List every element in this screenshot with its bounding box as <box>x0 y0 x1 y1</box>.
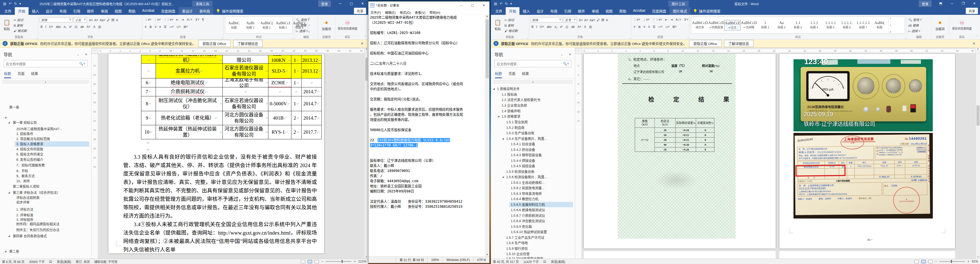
ribbon-tab-布局[interactable]: 布局 <box>547 7 561 15</box>
ribbon-format-icon[interactable]: ≡ <box>154 25 157 29</box>
table-cell[interactable]: 介质损耗测试仪↵ <box>156 87 223 96</box>
ribbon-tab-文件[interactable]: 文件 <box>1 7 15 15</box>
format-painter-button[interactable]: 🖌 格式刷 <box>504 28 517 33</box>
title-bar[interactable]: ▤ ↶ ↻ ▾ 图片工具 投标文件 - Word 登录 ⬒ ─ ❐ ✕ <box>491 0 980 7</box>
ribbon-format-icon[interactable]: ⇿˅ <box>657 25 663 29</box>
table-cell[interactable]: ↵ <box>269 87 291 96</box>
ribbon-format-icon[interactable]: ≡ <box>633 25 636 29</box>
addins-button[interactable]: ●加载项 <box>320 16 334 34</box>
nav-item[interactable]: ◢第一章 招标公告 <box>0 120 91 125</box>
undo-icon[interactable]: ↶ <box>500 2 503 6</box>
nav-item[interactable]: 1. 招标条件 <box>0 131 91 136</box>
save-icon[interactable]: ▤ <box>3 2 6 6</box>
style-item-标题 3[interactable]: 1.1标题 3 <box>790 20 806 30</box>
save-icon[interactable]: ▤ <box>494 2 497 6</box>
nav-item[interactable]: 1. 评标方法 <box>0 207 91 212</box>
tell-me-search[interactable]: 💡操作说明搜索 <box>213 7 246 15</box>
table-cell[interactable]: 2013.12↵ <box>302 64 322 78</box>
horizontal-ruler[interactable]: 6422468101214161820222426283032343638404… <box>98 48 364 53</box>
nav-item[interactable]: 2. 项目概况与招标范围 <box>0 136 91 142</box>
page-indicator[interactable]: 第 40 页, 共 317 页 <box>493 259 519 264</box>
nav-item[interactable]: 8、开标 <box>0 168 91 174</box>
nav-search-input[interactable]: 在文档中搜索🔍˅ <box>495 60 571 67</box>
menu-格式(O)[interactable]: 格式(O) <box>398 9 413 14</box>
language-indicator[interactable]: 英语(美国) <box>57 259 71 264</box>
ribbon-format-icon[interactable]: ◇˅ <box>176 25 181 29</box>
ribbon-tab-布局[interactable]: 布局 <box>56 7 70 15</box>
notice-close-icon[interactable]: ✕ <box>970 42 977 45</box>
nav-item[interactable]: 1.5.4.2 挤出设备 <box>491 147 575 152</box>
font-name-select[interactable]: 宋体˅ <box>531 17 562 22</box>
ribbon-format-icon[interactable]: A↓˅ <box>186 18 193 22</box>
paragraph-3-3[interactable]: 3.3 投标人具有良好的银行资信和企业信誉，没有处于被责令停业、财产被接管、冻结… <box>123 153 317 254</box>
table-cell[interactable]: ↵ <box>291 87 302 96</box>
read-mode-button[interactable] <box>301 260 305 263</box>
nav-top-button[interactable]: ▲ <box>493 80 572 83</box>
table-cell[interactable]: 绝缘电阻测试仪↵ <box>156 78 223 87</box>
ribbon-format-icon[interactable]: ≡ <box>643 25 646 29</box>
replace-button[interactable]: ab 替换 <box>296 23 316 27</box>
ribbon-format-icon[interactable]: ⋮⋮≡˅ <box>652 18 663 22</box>
nav-item[interactable]: 1.5.4.3 钢带铠装设备 <box>491 152 575 158</box>
ribbon-format-icon[interactable]: x² <box>68 25 72 29</box>
nav-item[interactable]: 1.5.6.8 冲击脆化测试仪 <box>491 218 575 224</box>
table-cell[interactable]: ZC90E↵ <box>269 78 291 87</box>
ribbon-format-icon[interactable]: B <box>531 25 534 29</box>
format-painter-button[interactable]: 🖌 格式刷 <box>14 28 27 33</box>
ribbon-format-icon[interactable]: 🖉 <box>106 18 111 22</box>
ribbon-format-icon[interactable]: ⊞˅ <box>671 25 678 29</box>
equipment-table[interactable]: ↵金属拉力机（金属材料拉力机）↵限公司↵SLD-100KN↵1↵2013.12↵… <box>141 55 322 139</box>
minimize-button[interactable]: ─ <box>946 0 958 7</box>
zoom-in-button[interactable]: + <box>354 260 356 263</box>
print-layout-button[interactable] <box>308 260 312 263</box>
left-doc-scrollbar[interactable]: ▲▼ <box>364 48 368 259</box>
nav-item[interactable]: 第二章投标人须知 <box>0 184 91 189</box>
certificate-page[interactable]: 5、检定地点、环境条件： 地点 温度（℃） 相对湿度(%) 辽宁津达线缆有限公司… <box>584 54 776 248</box>
table-cell[interactable]: 石家庄若迪仪器设备有限公司↵ <box>223 64 269 78</box>
photos-page[interactable]: MΩ-μA ZC36型高绝缘电阻测量仪 上海安标电子有限公司 http://ww… <box>780 54 955 248</box>
nav-item[interactable]: 1.5.4.5 成缆设备 <box>491 163 575 169</box>
copy-button[interactable]: ⧉ 复制 <box>14 23 27 27</box>
notepad-text-area[interactable]: 2025年二级物资集中采购A47大类铝芯塑料绝缘电力电缆（JC2025-WII-… <box>368 15 485 256</box>
nav-expand-icon[interactable]: ◢ <box>493 86 495 91</box>
horizontal-ruler[interactable]: 6422468101214161820222426283032343638404… <box>582 48 976 53</box>
find-button[interactable]: 🔍 查找 ˅ <box>296 18 316 22</box>
style-item-标题 4[interactable]: 1.1.1标题 4 <box>806 20 822 30</box>
nav-tab-标题[interactable]: 标题 <box>4 71 11 78</box>
ribbon-tab-开始[interactable]: 开始 <box>15 7 29 15</box>
nav-item[interactable]: ◢1.5.4 生产设备图片、购置... <box>491 136 575 141</box>
style-item-标题 5[interactable]: 1.1.1.1标题 5 <box>822 20 838 30</box>
qat-dropdown-icon[interactable]: ▾ <box>510 2 512 6</box>
ribbon-format-icon[interactable]: ㊞ <box>97 24 102 29</box>
notepad-title-bar[interactable]: *无标题 - 记事本 ─ ▢ ✕ <box>368 2 489 9</box>
nav-item[interactable]: 初步评审 <box>0 200 91 205</box>
ribbon-format-icon[interactable]: A˅ <box>577 25 582 29</box>
nav-expand-icon[interactable]: ◢ <box>498 114 499 119</box>
ribbon-format-icon[interactable]: ¶ <box>201 18 204 22</box>
nav-item[interactable]: 1.4 资格声明 <box>491 108 575 114</box>
ribbon-format-icon[interactable]: abc <box>546 25 552 29</box>
ribbon-format-icon[interactable]: Aa˅ <box>99 18 106 22</box>
table-cell[interactable]: 1↵ <box>291 55 302 64</box>
table-cell[interactable]: 401B↵ <box>269 111 291 125</box>
redo-icon[interactable]: ↻ <box>14 2 17 6</box>
paste-button[interactable]: 📋粘贴 <box>2 16 12 34</box>
nav-expand-icon[interactable]: ◢ <box>8 190 10 195</box>
zoom-level[interactable]: 91% <box>972 260 978 263</box>
nav-item[interactable]: 1.5.3 生产设备台账 <box>491 130 575 136</box>
ribbon-tab-开始[interactable]: 开始 <box>506 7 519 15</box>
nav-item[interactable]: ◢第四章 合同条款及格式 <box>0 233 91 239</box>
vertical-ruler[interactable]: 222426283032343638404244 <box>91 54 98 259</box>
style-item-标题 6[interactable]: 1.1.1.1.标题 6 <box>838 20 855 30</box>
notice-close-icon[interactable]: ✕ <box>359 42 366 45</box>
style-item-标题[interactable]: AaBb(标题 <box>871 20 888 30</box>
ribbon-format-icon[interactable]: 拼 <box>111 18 115 22</box>
nav-item[interactable]: 1.2 法定代表人授权委托书 <box>491 97 575 102</box>
nav-item[interactable]: ◢ <box>0 115 91 120</box>
nav-item[interactable]: ◢1 资格证明文件 <box>491 86 575 91</box>
table-cell[interactable]: 热老化试验箱（老化箱）↵ <box>156 111 223 125</box>
table-cell[interactable]: 1↵ <box>291 96 302 111</box>
ribbon-tab-Acrobat[interactable]: Acrobat <box>139 7 158 15</box>
word-count[interactable]: 30583 个字 <box>29 259 45 264</box>
nav-item[interactable]: 3. 投标人资格要求 <box>0 141 91 147</box>
